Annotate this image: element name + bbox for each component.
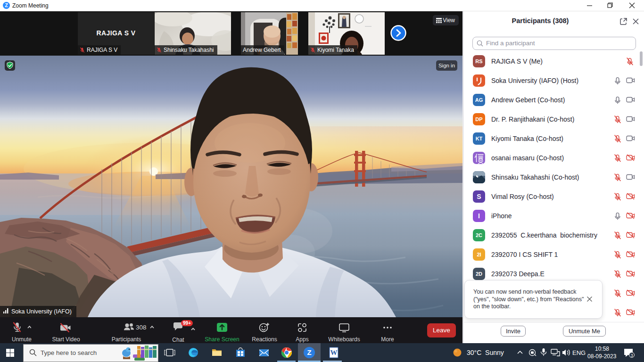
svg-text:3: 3 — [631, 353, 633, 358]
svg-text:308: 308 — [136, 324, 147, 331]
svg-text:99+: 99+ — [183, 321, 191, 326]
svg-text:W: W — [330, 349, 338, 356]
